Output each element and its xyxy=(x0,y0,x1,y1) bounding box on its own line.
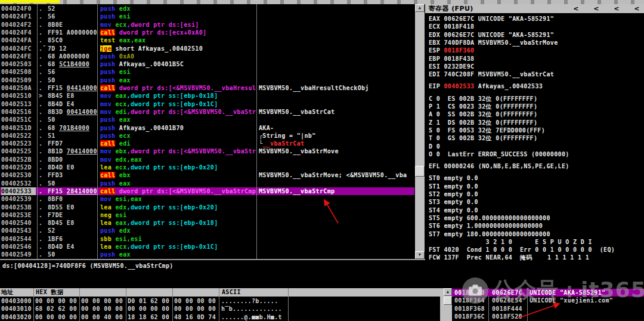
disasm-row[interactable]: 00402509.50push eax xyxy=(0,76,414,84)
instruction[interactable]: lea edx,dword ptr ss:[ebp-0x20] xyxy=(100,203,256,211)
address-cell[interactable]: 00402522 xyxy=(1,132,36,140)
disasm-row[interactable]: 00402503.68 5C1B4000push Afkayas_.00401B… xyxy=(0,60,414,68)
hex-bytes-group[interactable]: 00 00 00 00 xyxy=(128,305,171,313)
address-cell[interactable]: 004024FA xyxy=(1,36,36,44)
address-cell[interactable]: 00402546 xyxy=(1,243,36,251)
scrollbar-up-icon[interactable]: ▲ xyxy=(444,288,452,296)
address-cell[interactable]: 00402523 xyxy=(1,140,36,147)
register-line[interactable]: ST2 empty 0.0 xyxy=(429,190,478,198)
register-line[interactable]: S 0 FS 0053 32位 7EFDD000(FFF) xyxy=(429,126,545,134)
register-line[interactable]: ESP 0018F360 xyxy=(429,47,474,54)
stack-scrollbar[interactable]: ▲ xyxy=(444,288,452,321)
instruction[interactable]: test eax,eax xyxy=(100,36,256,44)
instruction[interactable]: call dword ptr ds:[<&MSVBVM50.__vbaStrCm… xyxy=(100,187,256,195)
address-cell[interactable]: 004024F2 xyxy=(1,21,36,29)
disasm-row[interactable]: 00402546.8D4D E4lea ecx,dword ptr ss:[eb… xyxy=(0,243,414,251)
collapse-button[interactable]: < xyxy=(590,4,602,13)
disasm-row[interactable]: 00402508.56push esi xyxy=(0,68,414,76)
register-line[interactable]: EAX 00626E7C UNICODE "AKA-585291" xyxy=(429,15,554,23)
register-line[interactable]: O 0 LastErr ERROR_SUCCESS (00000000) xyxy=(429,150,569,158)
address-cell[interactable]: 00402549 xyxy=(1,251,36,258)
disasm-scrollbar[interactable]: ▲ ▼ xyxy=(415,4,425,288)
disasm-row[interactable]: 00402525.8B1D 70414000mov ebx,dword ptr … xyxy=(0,147,414,155)
hex-bytes-group[interactable]: 48 16 0D 74 xyxy=(174,313,218,321)
instruction[interactable]: push eax xyxy=(100,76,256,84)
register-line[interactable]: P 1 CS 0023 32位 0(FFFFFFFF) xyxy=(429,103,537,110)
instruction[interactable]: push edx xyxy=(100,5,256,13)
disasm-row[interactable]: 00402516.8B3D 00414000mov edi,dword ptr … xyxy=(0,108,414,116)
instruction[interactable]: push eax xyxy=(100,116,256,124)
address-cell[interactable]: 00402508 xyxy=(1,68,36,76)
instruction[interactable]: mov ecx,dword ptr ss:[ebp-0x1C] xyxy=(100,100,256,108)
register-line[interactable]: ST6 empty 1.000000000000000000 xyxy=(429,222,543,230)
register-line[interactable]: ST3 empty 0.0 xyxy=(429,198,478,206)
scrollbar-down-icon[interactable]: ▼ xyxy=(415,251,425,259)
stack-pane[interactable]: ▲ 0018F36000626E7CUNICODE "AKA-585291"00… xyxy=(444,288,644,321)
register-line[interactable]: ESI 0232DE9C xyxy=(429,63,474,70)
address-cell[interactable]: 00402540 xyxy=(1,219,36,227)
address-cell[interactable]: 004024FE xyxy=(1,53,36,60)
hex-bytes-group[interactable]: 00 00 00 00 xyxy=(35,297,79,305)
hex-bytes-group[interactable]: 00 00 00 00 xyxy=(174,297,218,305)
instruction[interactable]: mov ebx,dword ptr ds:[<&MSVBVM50.__vbaSt… xyxy=(100,147,256,155)
address-cell[interactable]: 004024FC xyxy=(1,45,36,53)
instruction[interactable]: mov esi,eax xyxy=(100,195,256,203)
address-cell[interactable]: 0040250A xyxy=(1,84,36,92)
address-cell[interactable]: 0040252B xyxy=(1,156,36,163)
address-cell[interactable]: 00402509 xyxy=(1,76,36,84)
instruction[interactable]: mov ecx,dword ptr ds:[esi] xyxy=(100,21,256,29)
disasm-row[interactable]: 00402510>8B45 E8mov eax,dword ptr ss:[eb… xyxy=(0,92,414,100)
active-tab-indicator[interactable] xyxy=(0,0,60,3)
disasm-row[interactable]: 00402539.8BF0mov esi,eax xyxy=(0,195,414,203)
instruction[interactable]: push esi xyxy=(100,68,256,76)
disasm-row[interactable]: 00402523.FFD7call edi└__vbaStrCat xyxy=(0,140,414,147)
register-line[interactable]: ST7 empty 180.000000000000000000 xyxy=(429,230,550,238)
instruction[interactable]: call edi xyxy=(100,140,256,147)
instruction[interactable]: push Afkayas_.00401B70 xyxy=(100,124,256,132)
instruction[interactable]: push ecx xyxy=(100,132,256,140)
instruction[interactable]: push eax xyxy=(100,180,256,187)
scrollbar-thumb[interactable] xyxy=(415,166,425,177)
scrollbar-thumb[interactable] xyxy=(444,297,452,305)
register-line[interactable]: D 0 xyxy=(429,143,440,150)
collapse-button[interactable]: < xyxy=(611,4,623,13)
instruction[interactable]: lea ecx,dword ptr ss:[ebp-0x20] xyxy=(100,163,256,171)
stack-row[interactable]: 0018F3680018F444 xyxy=(452,305,644,313)
instruction[interactable]: lea eax,dword ptr ss:[ebp-0x18] xyxy=(100,219,256,227)
register-line[interactable]: A 0 SS 002B 32位 0(FFFFFFFF) xyxy=(429,110,537,118)
register-line[interactable]: C 0 ES 002B 32位 0(FFFFFFFF) xyxy=(429,95,537,103)
address-cell[interactable]: 0040253B xyxy=(1,203,36,211)
stack-row[interactable]: 0018F36000626E7CUNICODE "AKA-585291" xyxy=(452,289,644,297)
address-cell[interactable]: 004024F0 xyxy=(1,5,36,13)
instruction[interactable]: sbb esi,esi xyxy=(100,235,256,243)
instruction[interactable]: mov edi,dword ptr ds:[<&MSVBVM50.__vbaSt… xyxy=(100,108,256,116)
register-line[interactable]: EBX 740DF8DA MSVBVM50.__vbaStrMove xyxy=(429,39,558,47)
hex-bytes-group[interactable]: 00 00 40 00 xyxy=(81,313,125,321)
address-cell[interactable]: 00402543 xyxy=(1,227,36,234)
collapse-button[interactable]: < xyxy=(570,4,582,13)
disasm-row[interactable]: 004024FE.68 A0000000push 0xA0 xyxy=(0,53,414,60)
disasm-row[interactable]: 004024F0.52push edx xyxy=(0,5,414,13)
instruction[interactable]: push esi xyxy=(100,13,256,20)
register-line[interactable]: ST5 empty 600.000000000000000000 xyxy=(429,214,550,222)
stack-row[interactable]: 0018F36C0018F520 xyxy=(452,313,644,320)
address-cell[interactable]: 00402503 xyxy=(1,60,36,68)
hex-dump-pane[interactable]: 地址 HEX 数据 ASCII 0040300000 00 00 0000 00… xyxy=(0,288,440,321)
register-line[interactable]: 3 2 1 0 E S P U O Z D I xyxy=(429,238,592,246)
register-line[interactable]: Z 1 DS 002B 32位 0(FFFFFFFF) xyxy=(429,119,537,126)
disasm-row[interactable]: 00402540.8D45 E8lea eax,dword ptr ss:[eb… xyxy=(0,219,414,227)
address-cell[interactable]: 004024F1 xyxy=(1,13,36,20)
instruction[interactable]: push 0xA0 xyxy=(100,53,256,60)
register-line[interactable]: FST 4020 Cond 1 0 0 0 Err 0 0 1 0 0 0 0 … xyxy=(429,246,615,254)
disasm-row[interactable]: 00402532.50push eax xyxy=(0,180,414,187)
register-line[interactable]: ST1 empty 0.0 xyxy=(429,183,478,190)
hex-bytes-group[interactable]: 68 02 62 00 xyxy=(35,305,79,313)
collapse-button[interactable]: < xyxy=(631,4,643,13)
dump-row[interactable]: 0040302000 00 00 0000 00 40 0018 18 62 0… xyxy=(0,313,440,321)
hex-bytes-group[interactable]: 00 00 00 00 xyxy=(81,305,125,313)
instruction[interactable]: lea ecx,dword ptr ss:[ebp-0x1C] xyxy=(100,243,256,251)
address-cell[interactable]: 00402510 xyxy=(1,92,36,100)
hex-bytes-group[interactable]: 00 00 00 00 xyxy=(81,297,125,305)
disasm-row[interactable]: 00402533.FF15 28414000call dword ptr ds:… xyxy=(0,187,414,195)
disasm-row[interactable]: 0040253E.F7DEneg esi xyxy=(0,211,414,219)
